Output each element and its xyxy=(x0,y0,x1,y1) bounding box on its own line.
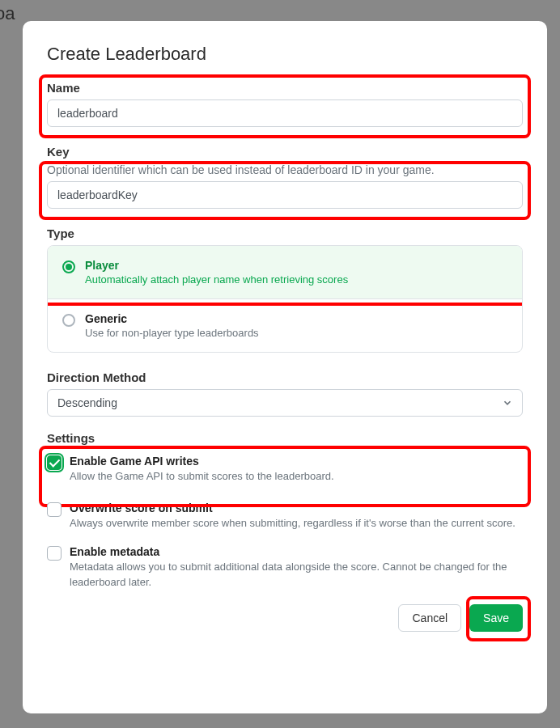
type-option-player-desc: Automatically attach player name when re… xyxy=(85,273,507,286)
type-options: Player Automatically attach player name … xyxy=(47,245,523,353)
save-button[interactable]: Save xyxy=(469,604,523,632)
setting-enable-metadata-title: Enable metadata xyxy=(70,545,523,558)
key-field-group: Key Optional identifier which can be use… xyxy=(47,145,523,209)
checkbox-enable-game-api[interactable] xyxy=(47,455,62,470)
type-field-group: Type Player Automatically attach player … xyxy=(47,226,523,353)
radio-generic[interactable] xyxy=(62,314,75,327)
type-option-player[interactable]: Player Automatically attach player name … xyxy=(48,246,522,298)
setting-enable-game-api-title: Enable Game API writes xyxy=(70,455,523,468)
setting-enable-metadata-desc: Metadata allows you to submit additional… xyxy=(70,560,523,589)
setting-overwrite-score-body: Overwrite score on submit Always overwri… xyxy=(70,502,523,531)
modal-title: Create Leaderboard xyxy=(47,44,523,65)
key-label: Key xyxy=(47,145,523,159)
type-option-player-body: Player Automatically attach player name … xyxy=(85,259,507,286)
type-option-generic-title: Generic xyxy=(85,312,507,325)
setting-enable-metadata-body: Enable metadata Metadata allows you to s… xyxy=(70,545,523,589)
setting-enable-metadata[interactable]: Enable metadata Metadata allows you to s… xyxy=(47,544,523,590)
name-field-group: Name xyxy=(47,81,523,127)
direction-select[interactable]: Descending xyxy=(47,389,523,417)
direction-select-wrapper: Descending xyxy=(47,389,523,417)
cancel-button[interactable]: Cancel xyxy=(398,604,461,632)
setting-overwrite-score-title: Overwrite score on submit xyxy=(70,502,523,514)
settings-label: Settings xyxy=(47,431,523,445)
key-input[interactable] xyxy=(47,181,523,209)
type-option-generic-desc: Use for non-player type leaderboards xyxy=(85,327,507,339)
settings-field-group: Settings Enable Game API writes Allow th… xyxy=(47,431,523,591)
checkbox-overwrite-score[interactable] xyxy=(47,502,62,517)
type-option-player-title: Player xyxy=(85,259,507,272)
direction-label: Direction Method xyxy=(47,370,523,384)
checkbox-enable-metadata[interactable] xyxy=(47,546,62,561)
modal-footer: Cancel Save xyxy=(47,604,523,632)
setting-overwrite-score-desc: Always overwrite member score when submi… xyxy=(70,516,523,531)
setting-enable-game-api[interactable]: Enable Game API writes Allow the Game AP… xyxy=(47,453,523,485)
setting-overwrite-score[interactable]: Overwrite score on submit Always overwri… xyxy=(47,500,523,532)
create-leaderboard-modal: Create Leaderboard Name Key Optional ide… xyxy=(23,21,547,713)
type-label: Type xyxy=(47,226,523,240)
name-input[interactable] xyxy=(47,99,523,127)
direction-field-group: Direction Method Descending xyxy=(47,370,523,417)
radio-player[interactable] xyxy=(62,260,75,273)
type-option-generic[interactable]: Generic Use for non-player type leaderbo… xyxy=(48,298,522,352)
type-option-generic-body: Generic Use for non-player type leaderbo… xyxy=(85,312,507,339)
background-text: oa xyxy=(0,3,15,24)
key-helper: Optional identifier which can be used in… xyxy=(47,163,523,176)
name-label: Name xyxy=(47,81,523,95)
setting-enable-game-api-desc: Allow the Game API to submit scores to t… xyxy=(70,469,523,484)
setting-enable-game-api-body: Enable Game API writes Allow the Game AP… xyxy=(70,455,523,484)
